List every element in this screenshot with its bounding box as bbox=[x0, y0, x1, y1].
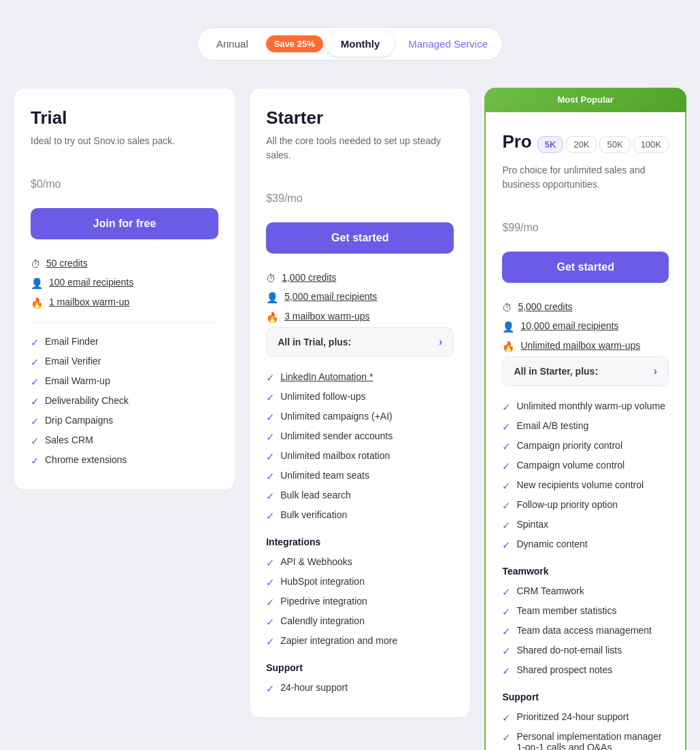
email-recipients-icon: 👤 bbox=[266, 292, 279, 304]
vol-100k[interactable]: 100K bbox=[633, 136, 669, 153]
vol-50k[interactable]: 50K bbox=[599, 136, 630, 153]
check-icon: ✓ bbox=[502, 645, 511, 658]
trial-core-features: ⏱ 50 credits 👤 100 email recipients 🔥 1 … bbox=[31, 254, 218, 313]
list-item: ✓Deliverability Check bbox=[31, 392, 218, 411]
list-item: ✓Team data access management bbox=[502, 621, 669, 641]
teamwork-list: ✓CRM Teamwork ✓Team member statistics ✓T… bbox=[502, 582, 669, 681]
starter-period: /mo bbox=[284, 192, 303, 204]
managed-service-tab[interactable]: Managed Service bbox=[397, 31, 499, 56]
credits-icon: ⏱ bbox=[502, 302, 512, 313]
list-item: ✓Shared do-not-email lists bbox=[502, 641, 669, 661]
list-item: ✓CRM Teamwork bbox=[502, 582, 669, 602]
check-icon: ✓ bbox=[502, 421, 511, 433]
list-item: ✓Unlimited sender accounts bbox=[266, 427, 454, 447]
starter-credits: ⏱ 1,000 credits bbox=[266, 269, 454, 288]
vol-5k[interactable]: 5K bbox=[537, 136, 564, 153]
check-icon: ✓ bbox=[266, 431, 275, 443]
billing-toggle[interactable]: Annual Save 25% Monthly Managed Service bbox=[197, 27, 503, 61]
check-icon: ✓ bbox=[502, 586, 511, 598]
warmup-icon: 🔥 bbox=[502, 341, 515, 353]
pro-support-header: Support bbox=[502, 692, 669, 702]
starter-support-header: Support bbox=[266, 662, 454, 673]
pro-price: $99/mo bbox=[502, 205, 669, 238]
check-icon: ✓ bbox=[502, 665, 511, 677]
starter-plan-desc: All the core tools needed to set up stea… bbox=[266, 134, 454, 163]
pro-core-features: ⏱ 5,000 credits 👤 10,000 email recipient… bbox=[502, 298, 669, 356]
list-item: ✓Shared prospect notes bbox=[502, 661, 669, 681]
integrations-header: Integrations bbox=[266, 536, 454, 547]
volume-tabs[interactable]: 5K 20K 50K 100K bbox=[537, 136, 669, 153]
vol-20k[interactable]: 20K bbox=[566, 136, 597, 153]
list-item: ✓Follow-up priority option bbox=[502, 496, 669, 515]
starter-feature-list: ✓LinkedIn Automation * ✓Unlimited follow… bbox=[266, 368, 454, 526]
pro-all-in-box[interactable]: All in Starter, plus: › bbox=[502, 356, 669, 386]
annual-tab[interactable]: Annual bbox=[201, 31, 263, 56]
trial-email-link[interactable]: 100 email recipients bbox=[49, 277, 134, 288]
email-recipients-icon: 👤 bbox=[502, 321, 515, 333]
check-icon: ✓ bbox=[31, 337, 39, 349]
trial-email-recipients: 👤 100 email recipients bbox=[31, 273, 218, 293]
pro-email-link[interactable]: 10,000 email recipients bbox=[520, 320, 618, 331]
starter-warmup-link[interactable]: 3 mailbox warm-ups bbox=[284, 311, 369, 322]
trial-warmup-link[interactable]: 1 mailbox warm-up bbox=[49, 296, 129, 307]
list-item: ✓Prioritized 24-hour support bbox=[502, 708, 669, 728]
check-icon: ✓ bbox=[266, 636, 275, 648]
list-item: ✓Bulk lead search bbox=[266, 486, 454, 506]
pro-feature-list: ✓Unlimited monthly warm-up volume ✓Email… bbox=[502, 397, 669, 555]
trial-credits-link[interactable]: 50 credits bbox=[46, 258, 88, 269]
check-icon: ✓ bbox=[266, 471, 275, 483]
list-item: ✓Unlimited follow-ups bbox=[266, 388, 454, 407]
check-icon: ✓ bbox=[266, 596, 275, 609]
list-item: ✓Campaign volume control bbox=[502, 456, 669, 476]
pro-cta-button[interactable]: Get started bbox=[502, 252, 669, 283]
list-item: ✓Spintax bbox=[502, 515, 669, 535]
warmup-icon: 🔥 bbox=[266, 311, 279, 324]
list-item: ✓Personal implementation manager 1-on-1 … bbox=[502, 728, 669, 750]
monthly-tab[interactable]: Monthly bbox=[326, 31, 395, 56]
pro-period: /mo bbox=[520, 222, 539, 233]
pro-warmup-link[interactable]: Unlimited mailbox warm-ups bbox=[520, 340, 640, 351]
list-item: ✓New recipients volume control bbox=[502, 476, 669, 496]
starter-email-link[interactable]: 5,000 email recipients bbox=[284, 291, 377, 302]
starter-all-in-label: All in Trial, plus: bbox=[278, 337, 351, 347]
check-icon: ✓ bbox=[266, 683, 275, 695]
check-icon: ✓ bbox=[502, 539, 511, 551]
check-icon: ✓ bbox=[266, 616, 275, 628]
check-icon: ✓ bbox=[31, 356, 39, 369]
teamwork-header: Teamwork bbox=[502, 566, 669, 577]
check-icon: ✓ bbox=[266, 490, 275, 502]
list-item: ✓HubSpot integration bbox=[266, 573, 454, 592]
save-badge: Save 25% bbox=[266, 35, 323, 52]
check-icon: ✓ bbox=[502, 626, 511, 638]
starter-price: $39/mo bbox=[266, 176, 454, 209]
starter-warmup: 🔥 3 mailbox warm-ups bbox=[266, 307, 454, 327]
trial-price: $0/mo bbox=[31, 162, 218, 194]
check-icon: ✓ bbox=[266, 372, 275, 384]
check-icon: ✓ bbox=[266, 557, 275, 569]
starter-support-list: ✓24-hour support bbox=[266, 679, 454, 698]
check-icon: ✓ bbox=[31, 376, 39, 388]
list-item: ✓24-hour support bbox=[266, 679, 454, 698]
check-icon: ✓ bbox=[502, 460, 511, 473]
list-item: ✓Drip Campaigns bbox=[31, 411, 218, 431]
list-item: ✓Team member statistics bbox=[502, 602, 669, 621]
check-icon: ✓ bbox=[266, 411, 275, 424]
starter-credits-link[interactable]: 1,000 credits bbox=[282, 272, 336, 283]
pro-credits: ⏱ 5,000 credits bbox=[502, 298, 669, 317]
starter-email-recipients: 👤 5,000 email recipients bbox=[266, 288, 454, 307]
linkedin-link[interactable]: LinkedIn Automation * bbox=[280, 371, 373, 382]
list-item: ✓Calendly integration bbox=[266, 612, 454, 632]
pro-email-recipients: 👤 10,000 email recipients bbox=[502, 317, 669, 337]
starter-cta-button[interactable]: Get started bbox=[266, 222, 454, 254]
list-item: ✓Unlimited mailbox rotation bbox=[266, 447, 454, 466]
list-item: ✓Email A/B testing bbox=[502, 417, 669, 437]
list-item: ✓API & Webhooks bbox=[266, 553, 454, 573]
trial-plan-desc: Ideal to try out Snov.io sales pack. bbox=[31, 134, 218, 148]
trial-cta-button[interactable]: Join for free bbox=[31, 208, 218, 239]
check-icon: ✓ bbox=[266, 392, 275, 404]
starter-all-in-box[interactable]: All in Trial, plus: › bbox=[266, 327, 454, 357]
pro-credits-link[interactable]: 5,000 credits bbox=[518, 301, 572, 312]
check-icon: ✓ bbox=[502, 441, 511, 453]
popular-badge: Most Popular bbox=[558, 95, 614, 105]
check-icon: ✓ bbox=[31, 455, 39, 467]
